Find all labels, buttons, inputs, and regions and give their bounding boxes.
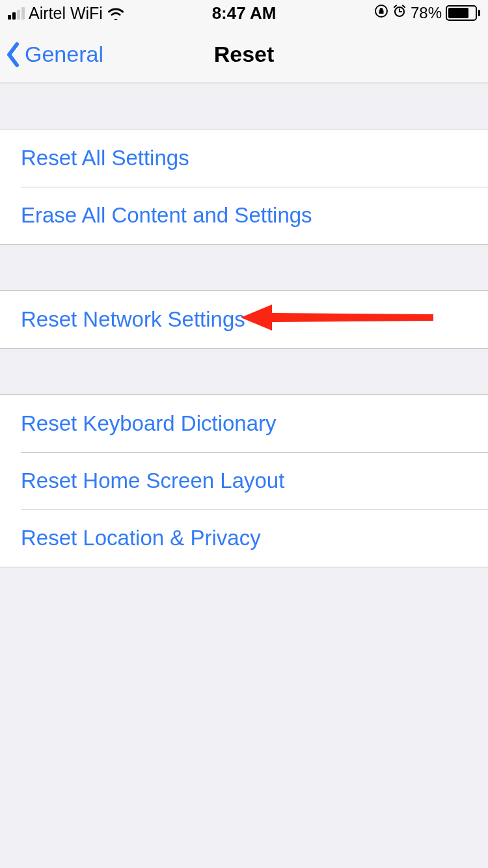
group-1: Reset All Settings Erase All Content and… <box>0 129 488 245</box>
page-title: Reset <box>214 42 275 67</box>
navigation-bar: General Reset <box>0 26 488 83</box>
settings-content: Reset All Settings Erase All Content and… <box>0 83 488 567</box>
orientation-lock-icon <box>374 4 388 22</box>
row-reset-location-privacy[interactable]: Reset Location & Privacy <box>0 509 488 567</box>
chevron-left-icon <box>5 42 21 68</box>
row-reset-home-screen-layout[interactable]: Reset Home Screen Layout <box>0 452 488 509</box>
back-button[interactable]: General <box>5 42 103 68</box>
status-right: 78% <box>374 4 480 22</box>
row-reset-network-settings[interactable]: Reset Network Settings <box>0 291 488 348</box>
row-label: Reset Keyboard Dictionary <box>21 411 277 436</box>
svg-line-5 <box>403 6 405 8</box>
row-label: Reset Network Settings <box>21 307 245 332</box>
row-label: Reset All Settings <box>21 146 189 170</box>
wifi-icon <box>107 6 125 20</box>
back-label: General <box>25 42 103 67</box>
status-bar: Airtel WiFi 8:47 AM 78% <box>0 0 488 26</box>
row-reset-all-settings[interactable]: Reset All Settings <box>0 129 488 187</box>
battery-icon <box>446 5 480 21</box>
row-label: Erase All Content and Settings <box>21 203 312 228</box>
battery-percentage: 78% <box>411 4 442 22</box>
cellular-signal-icon <box>8 7 25 20</box>
status-left: Airtel WiFi <box>8 4 125 23</box>
status-time: 8:47 AM <box>212 3 277 23</box>
svg-line-4 <box>394 6 396 8</box>
row-erase-all-content[interactable]: Erase All Content and Settings <box>0 187 488 244</box>
alarm-icon <box>392 4 407 22</box>
row-label: Reset Location & Privacy <box>21 526 261 550</box>
group-3: Reset Keyboard Dictionary Reset Home Scr… <box>0 394 488 567</box>
row-label: Reset Home Screen Layout <box>21 468 284 493</box>
row-reset-keyboard-dictionary[interactable]: Reset Keyboard Dictionary <box>0 395 488 452</box>
group-2: Reset Network Settings <box>0 290 488 349</box>
carrier-label: Airtel WiFi <box>29 4 103 23</box>
